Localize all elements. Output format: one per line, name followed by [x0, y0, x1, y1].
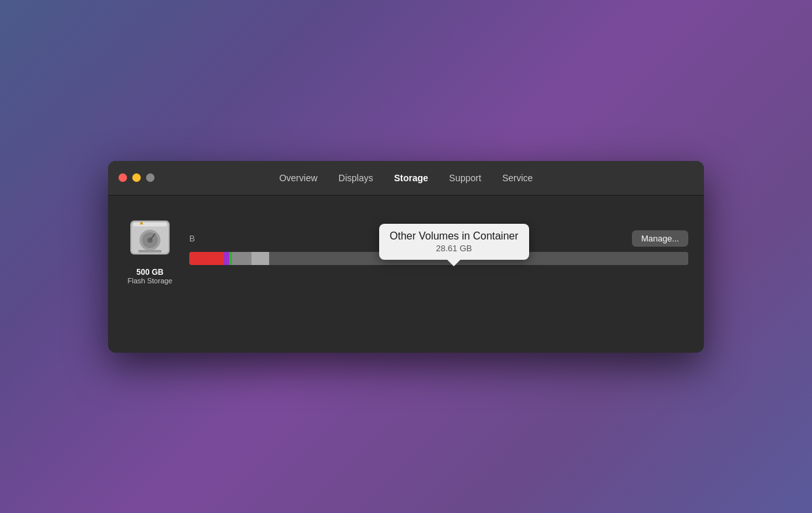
- maximize-button[interactable]: [146, 173, 155, 182]
- drive-info: Other Volumes in Container 28.61 GB B Ma…: [189, 230, 688, 265]
- titlebar: Overview Displays Storage Support Servic…: [108, 161, 704, 196]
- minimize-button[interactable]: [132, 173, 141, 182]
- about-this-mac-window: Overview Displays Storage Support Servic…: [108, 161, 704, 353]
- manage-button[interactable]: Manage...: [632, 230, 688, 247]
- tab-storage[interactable]: Storage: [385, 170, 437, 186]
- svg-text:!: !: [141, 222, 141, 225]
- svg-rect-2: [133, 222, 167, 226]
- tab-bar: Overview Displays Storage Support Servic…: [270, 170, 542, 186]
- storage-used-label: B: [189, 234, 195, 243]
- drive-icon-area: ! 500 GB Flash Storage: [124, 211, 176, 285]
- drive-type-label: Flash Storage: [124, 277, 176, 285]
- tooltip-size: 28.61 GB: [390, 243, 519, 253]
- window-content: ! 500 GB Flash Storage Other Volumes in …: [108, 196, 704, 353]
- traffic-lights: [119, 173, 155, 182]
- tab-support[interactable]: Support: [440, 170, 490, 186]
- tab-overview[interactable]: Overview: [270, 170, 326, 186]
- svg-rect-9: [138, 250, 162, 253]
- close-button[interactable]: [119, 173, 127, 182]
- bar-segment-other: [251, 252, 269, 265]
- drive-row: ! 500 GB Flash Storage Other Volumes in …: [124, 211, 688, 285]
- tab-displays[interactable]: Displays: [329, 170, 382, 186]
- drive-capacity-label: 500 GB: [124, 268, 176, 277]
- storage-tooltip: Other Volumes in Container 28.61 GB: [379, 224, 529, 260]
- bar-segment-apps: [224, 252, 229, 265]
- tooltip-title: Other Volumes in Container: [390, 230, 519, 242]
- bar-segment-other-volumes: [232, 252, 251, 265]
- bar-segment-system: [189, 252, 224, 265]
- hdd-icon: !: [124, 211, 176, 264]
- tab-service[interactable]: Service: [493, 170, 542, 186]
